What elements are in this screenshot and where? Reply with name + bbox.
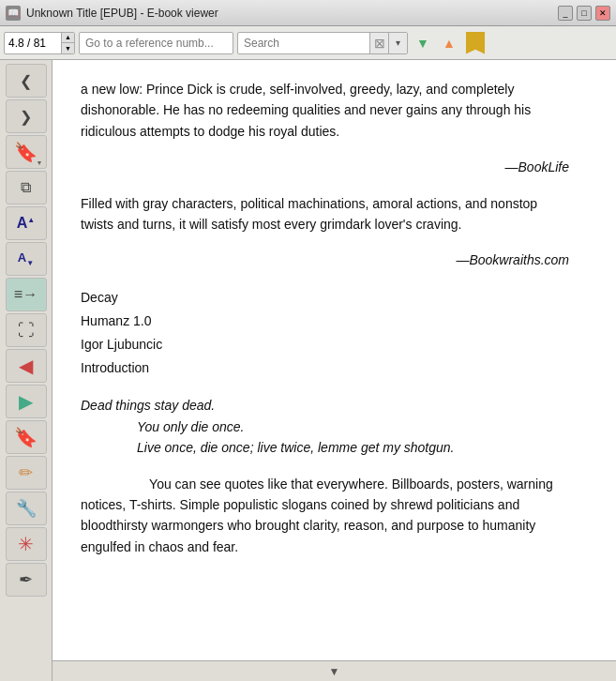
toc-line-2: Humanz 1.0 (81, 310, 569, 333)
search-next-button[interactable]: ▼ (412, 32, 434, 54)
bookmarks-btn[interactable]: 🔖 (6, 135, 47, 169)
sidebar-collapse-btn[interactable]: ▼ (314, 662, 355, 681)
plugins-btn[interactable]: ✳ (6, 527, 47, 561)
forward-btn[interactable]: ▶ (6, 385, 47, 418)
italic-section: Dead things stay dead. You only die once… (81, 395, 569, 458)
search-clear-button[interactable]: ⊠ (369, 33, 388, 53)
toc-line-1: Decay (81, 286, 569, 310)
toc-line-4: Introduction (81, 356, 569, 380)
page-up-button[interactable]: ▲ (62, 33, 74, 44)
citation-2-text: —Bookwraiths.com (456, 252, 569, 267)
tools-btn[interactable]: 🔧 (6, 492, 47, 525)
italic-line-2: You only die once. (137, 416, 569, 437)
window-controls: _ □ ✕ (558, 6, 610, 21)
bookmark-this-btn[interactable]: 🔖 (6, 420, 47, 454)
toc-section: Decay Humanz 1.0 Igor Ljubuncic Introduc… (81, 286, 569, 381)
fullscreen-btn[interactable]: ⛶ (6, 313, 47, 347)
font-decrease-btn[interactable]: A▼ (6, 242, 47, 276)
citation-1: —BookLife (81, 157, 569, 177)
search-dropdown-button[interactable]: ▾ (388, 33, 407, 53)
window-title: Unknown Title [EPUB] - E-book viewer (26, 7, 218, 20)
content-wrapper: a new low: Prince Dick is crude, self-in… (53, 60, 616, 681)
reference-input[interactable] (79, 32, 233, 54)
book-content[interactable]: a new low: Prince Dick is crude, self-in… (53, 60, 616, 660)
edit-icon: ✒ (19, 569, 33, 590)
page-input[interactable] (5, 33, 61, 53)
citation-1-text: —BookLife (505, 159, 569, 174)
citation-2: —Bookwraiths.com (81, 250, 569, 270)
edit-btn[interactable]: ✒ (6, 563, 47, 597)
fullscreen-icon: ⛶ (18, 321, 35, 340)
title-bar: 📖 Unknown Title [EPUB] - E-book viewer _… (0, 0, 616, 26)
forward-icon: ▶ (19, 390, 33, 413)
font-decrease-icon: A▼ (18, 250, 34, 267)
sidebar: ❮ ❯ 🔖 ⧉ A▲ A▼ ≡→ ⛶ ◀ ▶ 🔖 (0, 60, 53, 681)
prev-page-btn[interactable]: ❮ (6, 64, 47, 98)
plugins-icon: ✳ (18, 533, 34, 555)
main-area: ❮ ❯ 🔖 ⧉ A▲ A▼ ≡→ ⛶ ◀ ▶ 🔖 (0, 60, 616, 681)
font-increase-icon: A▲ (17, 215, 35, 232)
paragraph-1-text: a new low: Prince Dick is crude, self-in… (81, 82, 531, 139)
italic-line-3: Live once, die once; live twice, lemme g… (137, 437, 569, 458)
paragraph-2: Filled with gray characters, political m… (81, 193, 569, 235)
next-page-btn[interactable]: ❯ (6, 99, 47, 133)
copy-btn[interactable]: ⧉ (6, 171, 47, 204)
search-prev-button[interactable]: ▲ (438, 32, 460, 54)
paragraph-1: a new low: Prince Dick is crude, self-in… (81, 79, 569, 142)
italic-line-1: Dead things stay dead. (81, 395, 569, 416)
next-page-icon: ❯ (20, 108, 32, 126)
toolbar: ▲ ▼ ⊠ ▾ ▼ ▲ (0, 26, 616, 60)
highlight-btn[interactable]: ✏ (6, 456, 47, 490)
search-input[interactable] (238, 33, 369, 53)
tools-icon: 🔧 (16, 498, 37, 519)
paragraph-3-indent (128, 477, 149, 492)
close-button[interactable]: ✕ (595, 6, 610, 21)
quick-bookmark-button[interactable] (466, 32, 485, 54)
back-icon: ◀ (19, 355, 33, 377)
page-spinner: ▲ ▼ (61, 33, 74, 53)
minimize-button[interactable]: _ (558, 6, 573, 21)
paragraph-2-text: Filled with gray characters, political m… (81, 196, 537, 232)
prev-page-icon: ❮ (20, 72, 32, 90)
copy-icon: ⧉ (21, 179, 31, 196)
app-icon: 📖 (6, 6, 21, 21)
highlight-icon: ✏ (19, 462, 33, 483)
paragraph-3: You can see quotes like that everywhere.… (81, 474, 569, 558)
page-input-group: ▲ ▼ (4, 32, 75, 54)
back-btn[interactable]: ◀ (6, 349, 47, 383)
toc-btn[interactable]: ≡→ (6, 278, 47, 311)
toc-icon: ≡→ (14, 286, 38, 303)
toc-line-3: Igor Ljubuncic (81, 333, 569, 356)
paragraph-3-text: You can see quotes like that everywhere.… (81, 477, 553, 554)
bookmark-this-icon: 🔖 (14, 426, 38, 448)
bookmarks-icon: 🔖 (14, 141, 38, 163)
font-increase-btn[interactable]: A▲ (6, 206, 47, 240)
maximize-button[interactable]: □ (577, 6, 592, 21)
search-group: ⊠ ▾ (237, 32, 408, 54)
page-down-button[interactable]: ▼ (62, 43, 74, 53)
bottom-bar: ▼ (53, 660, 616, 681)
